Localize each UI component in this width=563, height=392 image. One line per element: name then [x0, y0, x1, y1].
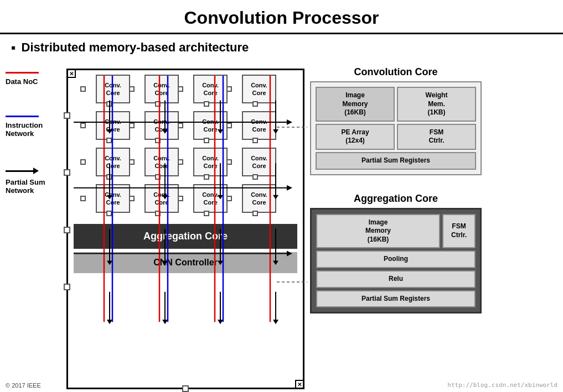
conv-core-r2c4: Conv. Core: [242, 111, 276, 140]
conv-core-r1c4: Conv. Core: [242, 75, 276, 103]
cnn-controller-bar: CNN Controller: [74, 252, 297, 273]
conv-core-r4c1: Conv. Core: [96, 184, 130, 213]
fsm-ctrlr-cell: FSM Ctrlr.: [397, 124, 476, 150]
bottom-connector: [182, 385, 189, 392]
subtitle: Distributed memory-based architecture: [0, 34, 563, 61]
legend-data-noc: Data NoC: [6, 72, 61, 86]
partial-sum-cell: Partial Sum Registers: [316, 152, 476, 170]
agg-pooling-cell: Pooling: [316, 250, 476, 268]
conv-core-r1c2: Conv. Core: [144, 75, 179, 103]
conv-core-r1c3: Conv. Core: [193, 75, 228, 103]
watermark: http://blog.csdn.net/xbinworld: [447, 381, 557, 389]
agg-core-detail-box: Image Memory (16KB) FSM Ctrlr. Pooling R…: [310, 208, 482, 314]
aggregation-core-bar: Aggregation Core: [74, 224, 297, 249]
conv-core-r2c2: Conv. Core: [144, 111, 179, 140]
data-noc-label: Data NoC: [6, 77, 61, 86]
left-connector-4: [64, 284, 70, 290]
svg-marker-40: [162, 320, 168, 324]
conv-core-r3c3: Conv. Core: [193, 148, 228, 176]
conv-core-r4c2: Conv. Core: [144, 184, 179, 213]
conv-core-r3c2: Conv. Core: [144, 148, 179, 176]
conv-core-r4c4: Conv. Core: [242, 184, 276, 213]
agg-relu-cell: Relu: [316, 270, 476, 288]
left-connector-3: [64, 227, 70, 233]
pe-array-cell: PE Array (12x4): [316, 124, 395, 150]
agg-partial-sum-cell: Partial Sum Registers: [316, 290, 476, 308]
svg-marker-44: [273, 320, 278, 324]
svg-marker-38: [107, 320, 112, 324]
svg-marker-42: [218, 320, 223, 324]
conv-core-detail-box: Image Memory (16KB) Weight Mem. (1KB) PE…: [310, 81, 482, 175]
agg-image-memory-cell: Image Memory (16KB): [316, 214, 440, 249]
conv-core-r3c1: Conv. Core: [96, 148, 130, 176]
legend-instruction-network: Instruction Network: [6, 116, 61, 138]
copyright: © 2017 IEEE: [6, 382, 41, 389]
diagram-box: ✕ ✕ Conv. Core: [66, 69, 304, 389]
conv-core-r2c1: Conv. Core: [96, 111, 130, 140]
instruction-network-label: Instruction Network: [6, 121, 61, 138]
conv-core-r4c3: Conv. Core: [193, 184, 228, 213]
conv-core-r1c1: Conv. Core: [96, 75, 130, 103]
legend: Data NoC Instruction Network Partial Sum…: [6, 61, 61, 392]
page-title: Convolution Processor: [0, 0, 563, 34]
corner-br: ✕: [295, 380, 304, 389]
partial-sum-label: Partial Sum Network: [6, 178, 61, 195]
right-panel: Convolution Core Image Memory (16KB) Wei…: [310, 61, 482, 392]
weight-mem-cell: Weight Mem. (1KB): [397, 87, 476, 122]
legend-partial-sum: Partial Sum Network: [6, 168, 61, 195]
conv-core-detail-title: Convolution Core: [310, 66, 482, 78]
conv-core-r3c4: Conv. Core: [242, 148, 276, 176]
image-memory-cell: Image Memory (16KB): [316, 87, 395, 122]
agg-core-detail-title: Aggregation Core: [310, 193, 482, 205]
conv-core-r2c3: Conv. Core: [193, 111, 228, 140]
agg-fsm-cell: FSM Ctrlr.: [442, 214, 476, 249]
